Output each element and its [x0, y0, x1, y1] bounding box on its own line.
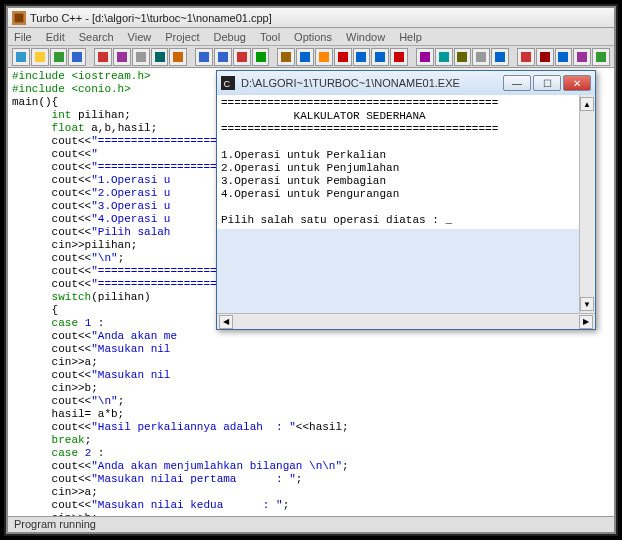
toolbar-cut-button[interactable]	[132, 48, 150, 66]
scroll-right-icon[interactable]: ▶	[579, 315, 593, 329]
code-line: cout<<"Anda akan me	[12, 330, 610, 343]
code-line: break;	[12, 434, 610, 447]
svg-rect-21	[394, 52, 404, 62]
code-line: cout<<"Masukan nil	[12, 343, 610, 356]
toolbar-trace-button[interactable]	[517, 48, 535, 66]
console-window: C D:\ALGORI~1\TURBOC~1\NONAME01.EXE — ☐ …	[216, 70, 596, 330]
svg-rect-3	[35, 52, 45, 62]
toolbar-breakpoint-button[interactable]	[390, 48, 408, 66]
svg-rect-16	[300, 52, 310, 62]
menu-view[interactable]: View	[128, 31, 152, 43]
toolbar-window-button[interactable]	[573, 48, 591, 66]
code-line: case 2 :	[12, 447, 610, 460]
svg-rect-26	[495, 52, 505, 62]
toolbar-run-button[interactable]	[315, 48, 333, 66]
minimize-button[interactable]: —	[503, 75, 531, 91]
console-output: ========================================…	[217, 95, 595, 229]
code-line: cout<<"Hasil perkaliannya adalah : "<<ha…	[12, 421, 610, 434]
svg-rect-18	[338, 52, 348, 62]
code-line: cin>>a;	[12, 356, 610, 369]
status-bar: Program running	[8, 516, 614, 532]
code-line: cout<<"Anda akan menjumlahkan bilangan \…	[12, 460, 610, 473]
toolbar-make-button[interactable]	[277, 48, 295, 66]
svg-rect-14	[256, 52, 266, 62]
menu-project[interactable]: Project	[165, 31, 199, 43]
toolbar-save-all-button[interactable]	[68, 48, 86, 66]
menu-search[interactable]: Search	[79, 31, 114, 43]
console-title: D:\ALGORI~1\TURBOC~1\NONAME01.EXE	[241, 77, 460, 89]
toolbar-step-over-button[interactable]	[353, 48, 371, 66]
toolbar-watch-button[interactable]	[416, 48, 434, 66]
toolbar-step-into-button[interactable]	[371, 48, 389, 66]
toolbar-replace-button[interactable]	[233, 48, 251, 66]
scroll-down-icon[interactable]: ▼	[580, 297, 594, 311]
menu-options[interactable]: Options	[294, 31, 332, 43]
svg-rect-10	[173, 52, 183, 62]
console-scrollbar-vertical[interactable]: ▲ ▼	[579, 95, 595, 313]
menu-window[interactable]: Window	[346, 31, 385, 43]
code-line: cin>>a;	[12, 486, 610, 499]
menu-file[interactable]: File	[14, 31, 32, 43]
menu-help[interactable]: Help	[399, 31, 422, 43]
toolbar-tile-button[interactable]	[592, 48, 610, 66]
svg-rect-4	[54, 52, 64, 62]
scroll-up-icon[interactable]: ▲	[580, 97, 594, 111]
scroll-left-icon[interactable]: ◀	[219, 315, 233, 329]
toolbar-build-button[interactable]	[296, 48, 314, 66]
console-titlebar: C D:\ALGORI~1\TURBOC~1\NONAME01.EXE — ☐ …	[217, 71, 595, 95]
close-button[interactable]: ✕	[563, 75, 591, 91]
code-line: cin>>b;	[12, 382, 610, 395]
menu-tool[interactable]: Tool	[260, 31, 280, 43]
toolbar-find-button[interactable]	[195, 48, 213, 66]
ide-title: Turbo C++ - [d:\algori~1\turboc~1\noname…	[30, 12, 272, 24]
toolbar-file-button[interactable]	[12, 48, 30, 66]
toolbar-debug-button[interactable]	[334, 48, 352, 66]
svg-rect-11	[199, 52, 209, 62]
code-line: cout<<"Masukan nilai pertama : ";	[12, 473, 610, 486]
svg-rect-31	[596, 52, 606, 62]
ide-titlebar: Turbo C++ - [d:\algori~1\turboc~1\noname…	[8, 8, 614, 28]
menu-debug[interactable]: Debug	[213, 31, 245, 43]
svg-rect-13	[237, 52, 247, 62]
toolbar-help-button[interactable]	[491, 48, 509, 66]
toolbar-reset-button[interactable]	[555, 48, 573, 66]
svg-rect-29	[558, 52, 568, 62]
code-line: hasil= a*b;	[12, 408, 610, 421]
toolbar-project-button[interactable]	[454, 48, 472, 66]
toolbar-redo-button[interactable]	[113, 48, 131, 66]
toolbar-compile-button[interactable]	[252, 48, 270, 66]
maximize-button[interactable]: ☐	[533, 75, 561, 91]
status-text: Program running	[14, 518, 96, 530]
console-icon: C	[221, 76, 235, 90]
toolbar-save-button[interactable]	[50, 48, 68, 66]
toolbar-find-next-button[interactable]	[214, 48, 232, 66]
code-line: cin>>b;	[12, 512, 610, 516]
svg-rect-20	[375, 52, 385, 62]
svg-rect-15	[281, 52, 291, 62]
console-scrollbar-horizontal[interactable]: ◀ ▶	[217, 313, 595, 329]
toolbar-undo-button[interactable]	[94, 48, 112, 66]
toolbar-copy-button[interactable]	[151, 48, 169, 66]
ide-menubar: File Edit Search View Project Debug Tool…	[8, 28, 614, 46]
svg-rect-2	[16, 52, 26, 62]
menu-edit[interactable]: Edit	[46, 31, 65, 43]
svg-rect-17	[319, 52, 329, 62]
toolbar-inspect-button[interactable]	[435, 48, 453, 66]
svg-rect-22	[420, 52, 430, 62]
toolbar-paste-button[interactable]	[169, 48, 187, 66]
svg-rect-24	[457, 52, 467, 62]
svg-rect-9	[155, 52, 165, 62]
svg-rect-12	[218, 52, 228, 62]
ide-toolbar	[8, 46, 614, 68]
svg-rect-19	[356, 52, 366, 62]
toolbar-stop-button[interactable]	[536, 48, 554, 66]
code-line: cout<<"Masukan nil	[12, 369, 610, 382]
toolbar-options-button[interactable]	[472, 48, 490, 66]
toolbar-open-button[interactable]	[31, 48, 49, 66]
svg-rect-5	[72, 52, 82, 62]
svg-rect-28	[540, 52, 550, 62]
svg-rect-23	[439, 52, 449, 62]
svg-rect-6	[98, 52, 108, 62]
svg-rect-25	[476, 52, 486, 62]
svg-rect-1	[15, 13, 24, 22]
